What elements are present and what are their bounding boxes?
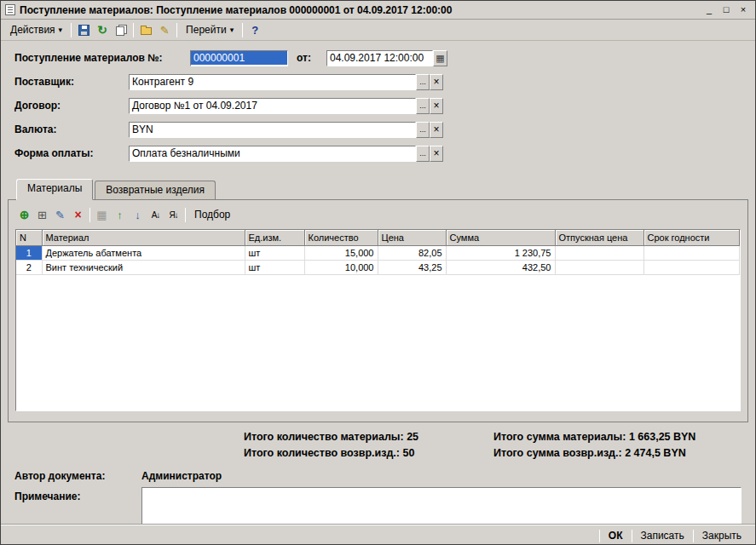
column-header-material[interactable]: Материал: [42, 230, 245, 245]
table-row[interactable]: 1 Держатель абатмента шт 15,000 82,05 1 …: [16, 245, 740, 260]
reread-button[interactable]: ↻: [93, 21, 112, 39]
materials-tab-panel: ⊕ ⊞ ✎ × ▦ ↑ ↓ А↓ Я↓ Подбор N: [8, 199, 748, 422]
unit-cell[interactable]: шт: [245, 245, 304, 260]
column-header-unit[interactable]: Ед.изм.: [245, 230, 304, 245]
move-down-button[interactable]: ↓: [129, 206, 147, 223]
expiry-cell[interactable]: [643, 245, 740, 260]
write-button[interactable]: Записать: [634, 528, 691, 543]
move-up-button[interactable]: ↑: [111, 206, 129, 223]
contract-clear-button[interactable]: ×: [430, 98, 443, 114]
author-row: Автор документа: Администратор: [1, 470, 755, 482]
expiry-cell[interactable]: [643, 260, 740, 274]
sum-cell[interactable]: 1 230,75: [446, 245, 555, 260]
ok-button[interactable]: ОК: [602, 528, 630, 543]
supplier-input[interactable]: Контрагент 9: [129, 74, 416, 90]
sort-asc-button[interactable]: А↓: [147, 206, 164, 223]
total-qty-returns-value: 50: [402, 447, 414, 459]
currency-select-button[interactable]: ...: [416, 122, 430, 138]
levels-button[interactable]: ▦: [93, 206, 111, 223]
toolbar-separator: [185, 208, 186, 222]
payment-form-input[interactable]: Оплата безналичными: [129, 146, 416, 162]
minimize-button[interactable]: _: [701, 3, 717, 16]
close-button[interactable]: ×: [736, 3, 751, 16]
structure-button[interactable]: [136, 21, 155, 39]
toolbar-separator: [71, 23, 72, 37]
actions-menu-button[interactable]: Действия ▾: [4, 21, 68, 39]
attachments-button[interactable]: ✎: [155, 21, 174, 39]
add-row-button[interactable]: ⊕: [15, 206, 33, 223]
price-cell[interactable]: 82,05: [378, 245, 446, 260]
supplier-label: Поставщик:: [14, 76, 129, 88]
sort-desc-button[interactable]: Я↓: [164, 206, 182, 223]
material-cell[interactable]: Держатель абатмента: [42, 245, 245, 260]
save-button[interactable]: [74, 21, 93, 39]
column-header-sell-price[interactable]: Отпускная цена: [555, 230, 643, 245]
supplier-row: Поставщик: Контрагент 9 ... ×: [14, 73, 742, 90]
attachments-icon: ✎: [160, 24, 170, 37]
material-cell[interactable]: Винт технический: [42, 260, 245, 274]
chevron-down-icon: ▾: [230, 26, 234, 34]
sell-price-cell[interactable]: [555, 260, 643, 274]
sell-price-cell[interactable]: [555, 245, 643, 260]
currency-clear-button[interactable]: ×: [430, 122, 443, 138]
tab-returnable-items[interactable]: Возвратные изделия: [95, 181, 216, 199]
currency-input[interactable]: BYN: [129, 122, 416, 138]
grid-header-row: N Материал Ед.изм. Количество Цена Сумма…: [16, 230, 740, 245]
maximize-button[interactable]: □: [718, 3, 734, 16]
tab-materials[interactable]: Материалы: [16, 179, 93, 200]
close-form-button[interactable]: Закрыть: [695, 528, 748, 543]
edit-row-button[interactable]: ✎: [51, 206, 69, 223]
author-label: Автор документа:: [14, 470, 141, 482]
toolbar-separator: [89, 208, 90, 222]
payment-form-clear-button[interactable]: ×: [430, 146, 443, 162]
statusbar-separator: [693, 530, 694, 542]
date-input[interactable]: 04.09.2017 12:00:00: [326, 50, 433, 66]
column-header-quantity[interactable]: Количество: [304, 230, 378, 245]
column-header-expiry[interactable]: Срок годности: [643, 230, 740, 245]
payment-form-label: Форма оплаты:: [14, 147, 129, 159]
quantity-cell[interactable]: 15,000: [304, 245, 378, 260]
pick-button[interactable]: Подбор: [188, 206, 236, 223]
statusbar-separator: [632, 530, 632, 542]
row-number-cell[interactable]: 1: [16, 245, 42, 260]
column-header-price[interactable]: Цена: [378, 230, 446, 245]
reread-icon: ↻: [97, 23, 107, 37]
materials-grid[interactable]: N Материал Ед.изм. Количество Цена Сумма…: [15, 229, 741, 411]
goto-menu-button[interactable]: Перейти ▾: [180, 21, 239, 39]
statusbar-separator: [599, 530, 600, 542]
delete-row-button[interactable]: ×: [69, 206, 87, 223]
note-input[interactable]: [141, 487, 742, 525]
total-qty-returns: Итого количество возвр.изд.: 50: [244, 447, 493, 459]
totals-line-2: Итого количество возвр.изд.: 50Итого сум…: [14, 447, 742, 459]
goto-menu-label: Перейти: [186, 24, 227, 36]
number-input[interactable]: 000000001: [190, 50, 288, 66]
copy-row-button[interactable]: ⊞: [33, 206, 51, 223]
total-qty-returns-label: Итого количество возвр.изд.:: [244, 447, 400, 459]
help-button[interactable]: ?: [245, 21, 264, 39]
statusbar: ОК Записать Закрыть: [1, 525, 755, 545]
titlebar[interactable]: Поступление материалов: Поступление мате…: [1, 1, 755, 20]
main-toolbar: Действия ▾ ↻ ✎ Перейти ▾ ?: [1, 20, 755, 41]
copy-button[interactable]: [112, 21, 130, 39]
contract-select-button[interactable]: ...: [416, 98, 430, 114]
quantity-cell[interactable]: 10,000: [304, 260, 378, 274]
column-header-sum[interactable]: Сумма: [446, 230, 555, 245]
payment-form-select-button[interactable]: ...: [416, 146, 430, 162]
help-icon: ?: [251, 24, 258, 37]
note-label: Примечание:: [14, 487, 141, 502]
unit-cell[interactable]: шт: [245, 260, 304, 274]
row-number-cell[interactable]: 2: [16, 260, 42, 274]
price-cell[interactable]: 43,25: [378, 260, 446, 274]
document-window: Поступление материалов: Поступление мате…: [0, 0, 756, 545]
document-icon: [5, 4, 15, 15]
column-header-n[interactable]: N: [16, 230, 42, 245]
supplier-clear-button[interactable]: ×: [430, 74, 443, 90]
number-value: 000000001: [191, 51, 287, 65]
sum-cell[interactable]: 432,50: [446, 260, 555, 274]
contract-input[interactable]: Договор №1 от 04.09.2017: [129, 98, 416, 114]
chevron-down-icon: ▾: [59, 26, 63, 34]
calendar-button[interactable]: ▦: [433, 50, 447, 66]
window-controls: _ □ ×: [701, 3, 751, 16]
supplier-select-button[interactable]: ...: [416, 74, 430, 90]
table-row[interactable]: 2 Винт технический шт 10,000 43,25 432,5…: [16, 260, 740, 274]
